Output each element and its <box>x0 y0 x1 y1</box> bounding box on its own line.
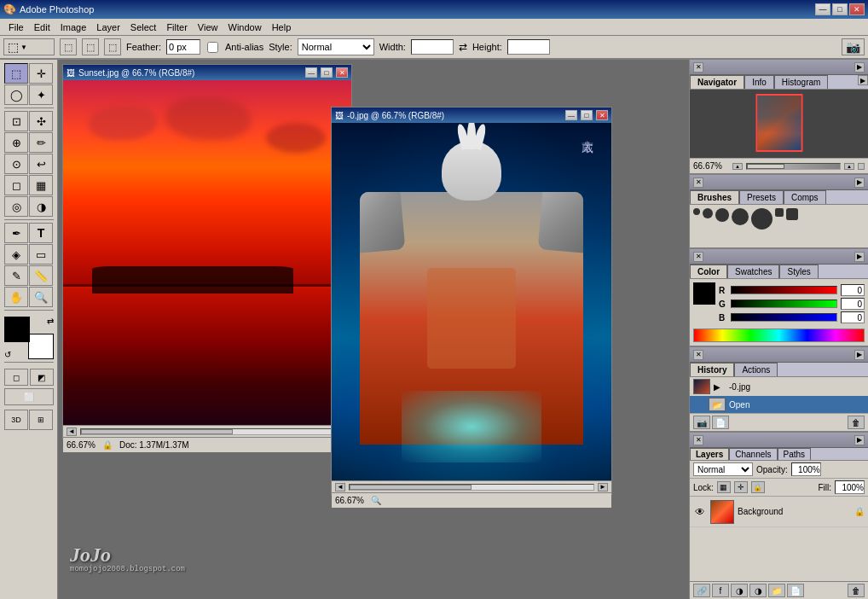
sunset-minimize-btn[interactable]: — <box>305 67 317 78</box>
tab-channels[interactable]: Channels <box>729 448 777 460</box>
quick-mask-btn[interactable]: ◩ <box>30 369 54 386</box>
anime-canvas-area[interactable]: 太蔵 <box>332 123 611 480</box>
tool-heal[interactable]: ⊕ <box>4 132 28 153</box>
layer-new-btn[interactable]: 📄 <box>787 584 804 597</box>
tool-magic-wand[interactable]: ✦ <box>29 84 53 105</box>
color-g-input[interactable] <box>841 298 865 310</box>
color-spectrum-bar[interactable] <box>693 329 865 342</box>
right-panel-close-btn[interactable]: ✕ <box>693 62 703 73</box>
brush-6[interactable] <box>775 208 784 217</box>
brush-5[interactable] <box>751 208 773 230</box>
history-snapshot-btn[interactable]: 📷 <box>693 416 710 429</box>
brushes-close-btn[interactable]: ✕ <box>693 177 703 188</box>
right-panel-menu-btn[interactable]: ▶ <box>854 62 865 73</box>
tool-eraser[interactable]: ◻ <box>4 175 28 195</box>
layer-link-btn[interactable]: 🔗 <box>693 584 710 597</box>
minimize-button[interactable]: — <box>815 3 830 15</box>
tool-text[interactable]: T <box>29 223 53 243</box>
tool-pen[interactable]: ✒ <box>4 223 28 243</box>
color-b-input[interactable] <box>841 311 865 323</box>
color-r-slider[interactable] <box>731 286 837 294</box>
history-close-btn[interactable]: ✕ <box>693 350 703 360</box>
tool-3d-btn[interactable]: 3D <box>4 410 28 430</box>
select-shape-btn[interactable]: ⬚ ▼ <box>3 38 55 55</box>
menu-filter[interactable]: Filter <box>161 20 192 34</box>
sunset-scroll-left[interactable]: ◄ <box>67 427 77 436</box>
standard-mode-btn[interactable]: ◻ <box>4 369 28 386</box>
history-menu-btn[interactable]: ▶ <box>854 350 865 360</box>
tool-crop[interactable]: ⊡ <box>4 111 28 131</box>
history-item-open[interactable]: 📂 Open <box>690 396 868 413</box>
layer-delete-btn[interactable]: 🗑 <box>848 584 865 597</box>
tab-presets[interactable]: Presets <box>739 190 784 204</box>
layer-style-btn[interactable]: f <box>712 584 729 597</box>
tab-history[interactable]: History <box>690 363 734 376</box>
lock-pixels-btn[interactable]: ▦ <box>717 481 731 493</box>
tool-notes[interactable]: ✎ <box>4 265 28 286</box>
layers-blend-mode-select[interactable]: Normal Multiply Screen <box>693 462 753 476</box>
brush-1[interactable] <box>693 208 700 215</box>
tool-hand[interactable]: ✋ <box>4 287 28 307</box>
tab-info[interactable]: Info <box>744 75 774 89</box>
color-g-slider[interactable] <box>731 300 837 308</box>
color-r-input[interactable] <box>841 284 865 296</box>
sunset-canvas[interactable] <box>63 80 351 425</box>
camera-btn[interactable]: 📷 <box>842 38 865 55</box>
menu-view[interactable]: View <box>193 20 223 34</box>
tool-move[interactable]: ✛ <box>29 63 53 84</box>
menu-edit[interactable]: Edit <box>29 20 55 34</box>
style-select[interactable]: Normal Fixed Ratio Fixed Size <box>298 38 374 55</box>
brush-4[interactable] <box>732 208 749 225</box>
brushes-menu-btn[interactable]: ▶ <box>854 177 865 188</box>
brush-3[interactable] <box>715 208 729 222</box>
tab-brushes[interactable]: Brushes <box>690 190 739 204</box>
history-item-arrow[interactable]: ▶ <box>714 382 726 392</box>
background-color-swatch[interactable] <box>28 334 54 359</box>
tab-navigator[interactable]: Navigator <box>690 75 744 89</box>
anime-scroll-right[interactable]: ► <box>598 483 608 491</box>
tab-layers[interactable]: Layers <box>690 448 729 460</box>
tool-marquee[interactable]: ⬚ <box>4 63 28 84</box>
tab-actions[interactable]: Actions <box>734 363 778 376</box>
color-menu-btn[interactable]: ▶ <box>854 252 865 262</box>
sunset-maximize-btn[interactable]: □ <box>321 67 333 78</box>
lock-all-btn[interactable]: 🔒 <box>751 481 765 493</box>
history-delete-btn[interactable]: 🗑 <box>848 416 865 429</box>
tool-gradient[interactable]: ▦ <box>29 175 53 195</box>
maximize-button[interactable]: □ <box>832 3 848 15</box>
height-input[interactable] <box>507 39 550 55</box>
tool-shape[interactable]: ▭ <box>29 244 53 265</box>
opacity-input[interactable] <box>791 462 821 476</box>
tab-histogram[interactable]: Histogram <box>774 75 829 89</box>
tab-comps[interactable]: Comps <box>784 190 826 204</box>
history-item-file[interactable]: ▶ -0.jpg <box>690 377 868 396</box>
tool-lasso[interactable]: ◯ <box>4 84 28 105</box>
anime-scrollbar-h[interactable]: ◄ ► <box>332 480 611 492</box>
layer-background[interactable]: 👁 Background 🔒 <box>690 497 868 527</box>
sunset-scrollbar-thumb-h[interactable] <box>81 429 233 434</box>
layer-mask-btn[interactable]: ◑ <box>731 584 748 597</box>
layers-menu-btn[interactable]: ▶ <box>854 435 865 445</box>
color-b-slider[interactable] <box>731 313 837 322</box>
menu-file[interactable]: File <box>3 20 29 34</box>
reset-colors-icon[interactable]: ↺ <box>4 350 11 359</box>
tab-color[interactable]: Color <box>690 265 727 278</box>
swap-colors-icon[interactable]: ⇄ <box>47 317 54 326</box>
menu-select[interactable]: Select <box>125 20 162 34</box>
anime-minimize-btn[interactable]: — <box>565 110 577 120</box>
brush-2[interactable] <box>703 208 713 218</box>
tool-history-brush[interactable]: ↩ <box>29 154 53 174</box>
feather-input[interactable] <box>166 39 200 55</box>
menu-image[interactable]: Image <box>55 20 92 34</box>
layer-visibility-eye[interactable]: 👁 <box>693 505 707 519</box>
tool-eyedropper[interactable]: ✣ <box>29 111 53 131</box>
tab-paths[interactable]: Paths <box>778 448 812 460</box>
navigator-zoom-slider[interactable] <box>746 163 841 170</box>
sunset-close-btn[interactable]: ✕ <box>336 67 348 78</box>
anime-scroll-left[interactable]: ◄ <box>335 483 345 491</box>
nav-zoom-out-btn[interactable]: ▲ <box>732 163 743 170</box>
history-new-doc-btn[interactable]: 📄 <box>712 416 729 429</box>
tool-zoom[interactable]: 🔍 <box>29 287 53 307</box>
tool-extra-btn[interactable]: ⊞ <box>29 410 53 430</box>
tool-blur[interactable]: ◎ <box>4 196 28 217</box>
